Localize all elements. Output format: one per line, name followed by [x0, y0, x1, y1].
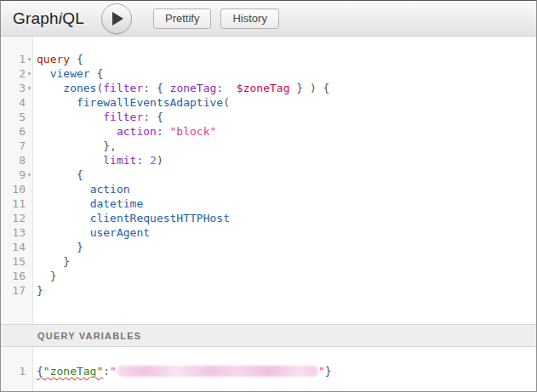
line-number: 5: [1, 110, 26, 124]
fold-gutter-spacer: [26, 211, 33, 225]
line-number: 6: [1, 124, 26, 139]
code-line[interactable]: 1{"zoneTag":""}: [1, 364, 536, 378]
prettify-button[interactable]: Prettify: [153, 9, 211, 29]
code-token: ": [318, 365, 325, 378]
code-line[interactable]: 7 },: [1, 139, 536, 153]
variables-editor[interactable]: 1{"zoneTag":""}: [1, 347, 536, 391]
line-number: 13: [1, 225, 26, 240]
code-line[interactable]: 2▾ viewer {: [1, 66, 536, 81]
code-token: [37, 197, 90, 210]
code-token: filter: [103, 111, 143, 123]
redacted-zone-tag-value: [117, 366, 318, 377]
code-token: {: [90, 67, 104, 80]
line-number: 8: [1, 153, 26, 168]
code-token: : {: [143, 111, 163, 123]
fold-arrow-icon[interactable]: ▾: [26, 81, 33, 95]
line-number: 4: [1, 95, 26, 110]
code-token: }: [37, 255, 70, 268]
fold-gutter-spacer: [26, 95, 33, 110]
code-token: ): [157, 154, 163, 167]
variables-editor-lines: 1{"zoneTag":""}: [1, 347, 536, 378]
code-text: action: "block": [33, 124, 216, 139]
code-line[interactable]: 16 }: [1, 269, 536, 283]
code-line[interactable]: 4 firewallEventsAdaptive(: [1, 95, 536, 110]
code-token: viewer: [50, 67, 90, 80]
line-number: 17: [1, 283, 26, 298]
code-line[interactable]: 9▾ {: [1, 168, 536, 182]
code-line[interactable]: 5 filter: {: [1, 110, 536, 124]
line-number: 10: [1, 182, 26, 196]
fold-gutter-spacer: [26, 364, 33, 378]
code-token: query: [37, 53, 70, 65]
code-token: {: [37, 365, 43, 378]
code-line[interactable]: 15 }: [1, 254, 536, 269]
line-number: 1: [1, 52, 26, 66]
code-token: }: [37, 241, 83, 253]
code-token: [37, 96, 77, 109]
fold-gutter-spacer: [26, 225, 33, 240]
fold-arrow-icon[interactable]: ▾: [26, 168, 33, 182]
code-text: zones(filter: { zoneTag: $zoneTag } ) {: [33, 81, 329, 95]
code-token: [37, 67, 50, 80]
line-number: 9: [1, 168, 26, 182]
code-line[interactable]: 1▾query {: [1, 52, 536, 66]
fold-gutter-spacer: [26, 240, 33, 254]
query-editor-lines: 1▾query {2▾ viewer {3▾ zones(filter: { z…: [1, 37, 536, 298]
query-variables-header[interactable]: QUERY VARIABLES: [1, 324, 536, 347]
code-token: zoneTag: [170, 82, 217, 94]
code-token: :: [103, 365, 110, 378]
fold-gutter-spacer: [26, 139, 33, 153]
code-token: : {: [143, 82, 169, 94]
code-text: },: [33, 139, 117, 153]
fold-gutter-spacer: [26, 124, 33, 139]
line-number: 11: [1, 196, 26, 211]
code-text: clientRequestHTTPHost: [33, 211, 230, 225]
code-text: userAgent: [33, 225, 150, 240]
code-token: action: [117, 125, 157, 138]
code-line[interactable]: 13 userAgent: [1, 225, 536, 240]
graphiql-logo: GraphiQL: [13, 9, 84, 28]
code-text: datetime: [33, 196, 143, 211]
code-token: "block": [170, 125, 217, 138]
code-token: }: [37, 284, 43, 297]
code-line[interactable]: 3▾ zones(filter: { zoneTag: $zoneTag } )…: [1, 81, 536, 95]
fold-gutter-spacer: [26, 254, 33, 269]
play-icon: [112, 12, 123, 26]
code-text: filter: {: [33, 110, 163, 124]
graphiql-window: GraphiQL Prettify History 1▾query {2▾ vi…: [0, 0, 537, 392]
code-token: {: [70, 53, 83, 65]
code-token: :: [157, 125, 170, 138]
query-editor[interactable]: 1▾query {2▾ viewer {3▾ zones(filter: { z…: [1, 37, 536, 324]
code-token: :: [216, 82, 236, 94]
history-button[interactable]: History: [220, 9, 278, 29]
line-number: 1: [1, 364, 26, 378]
line-number: 15: [1, 254, 26, 269]
code-line[interactable]: 12 clientRequestHTTPHost: [1, 211, 536, 225]
line-number: 16: [1, 269, 26, 283]
code-token: ": [110, 365, 117, 378]
fold-gutter-spacer: [26, 153, 33, 168]
code-token: clientRequestHTTPHost: [90, 212, 230, 224]
code-token: } ) {: [289, 82, 329, 94]
code-token: }: [37, 270, 56, 282]
code-token: },: [37, 139, 117, 152]
execute-query-button[interactable]: [101, 3, 132, 34]
fold-arrow-icon[interactable]: ▾: [26, 66, 33, 81]
code-token: action: [90, 183, 130, 196]
code-text: }: [33, 269, 56, 283]
fold-gutter-spacer: [26, 196, 33, 211]
code-token: datetime: [90, 197, 144, 210]
code-text: }: [33, 240, 83, 254]
line-number: 2: [1, 66, 26, 81]
code-line[interactable]: 6 action: "block": [1, 124, 536, 139]
code-line[interactable]: 17}: [1, 283, 536, 298]
code-token: {: [37, 168, 83, 181]
fold-arrow-icon[interactable]: ▾: [26, 52, 33, 66]
code-line[interactable]: 11 datetime: [1, 196, 536, 211]
code-token: [37, 154, 103, 167]
code-line[interactable]: 14 }: [1, 240, 536, 254]
code-line[interactable]: 8 limit: 2): [1, 153, 536, 168]
code-line[interactable]: 10 action: [1, 182, 536, 196]
toolbar: GraphiQL Prettify History: [1, 1, 536, 37]
code-token: 2: [150, 154, 157, 167]
